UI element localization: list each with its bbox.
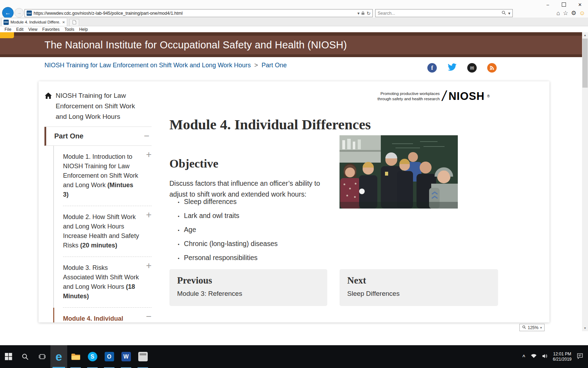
windows-taskbar: e S O W ^ 12:01 PM 6/21/2019 bbox=[0, 345, 588, 368]
social-icons: f ✉ bbox=[427, 62, 497, 73]
expand-icon[interactable]: + bbox=[146, 210, 152, 220]
scrollbar-thumb[interactable] bbox=[582, 39, 588, 88]
new-tab-button[interactable] bbox=[69, 19, 79, 26]
collapse-icon[interactable]: − bbox=[146, 312, 152, 321]
volume-icon[interactable] bbox=[542, 354, 548, 360]
search-input[interactable] bbox=[378, 11, 499, 16]
menu-edit[interactable]: Edit bbox=[14, 27, 26, 32]
sidebar-item-module-2[interactable]: Module 2. How Shift Work and Long Work H… bbox=[63, 206, 152, 257]
search-bar[interactable]: ▾ bbox=[375, 9, 513, 17]
sidebar-section-part-one[interactable]: Part One − bbox=[44, 127, 152, 146]
forward-button[interactable]: → bbox=[14, 8, 24, 18]
menu-favorites[interactable]: Favorites bbox=[40, 27, 62, 32]
bullet-text: Chronic (long-lasting) diseases bbox=[184, 240, 278, 248]
banner-bottom-strip bbox=[0, 54, 582, 57]
tab-close-icon[interactable]: ✕ bbox=[62, 20, 65, 24]
logo-wordmark: NIOSH bbox=[448, 90, 484, 103]
logo-taglines: Promoting productive workplaces through … bbox=[378, 91, 440, 102]
facebook-icon[interactable]: f bbox=[427, 63, 437, 73]
sidebar-item-module-3[interactable]: Module 3. Risks Associated With Shift Wo… bbox=[63, 257, 152, 307]
objective-bullet-list: •Sleep differences •Lark and owl traits … bbox=[178, 198, 339, 268]
email-icon[interactable]: ✉ bbox=[467, 63, 477, 73]
syndication-icon[interactable] bbox=[487, 63, 497, 73]
gear-icon[interactable]: ⚙ bbox=[571, 9, 576, 17]
menu-file[interactable]: File bbox=[2, 27, 14, 32]
breadcrumb-root-link[interactable]: NIOSH Training for Law Enforcement on Sh… bbox=[44, 62, 251, 69]
tab-bar: CDC Module 4. Individual Differe... ✕ bbox=[0, 18, 588, 26]
logo-tagline-2: through safety and health research bbox=[378, 96, 440, 102]
search-icon[interactable] bbox=[502, 10, 506, 16]
collapse-icon[interactable]: − bbox=[144, 131, 149, 141]
zoom-control[interactable]: 125% ▾ bbox=[519, 324, 545, 331]
menu-view[interactable]: View bbox=[26, 27, 40, 32]
address-dropdown-icon[interactable]: ▾ bbox=[357, 11, 359, 16]
window-controls: – ✕ bbox=[540, 0, 588, 9]
skip-link-tab[interactable] bbox=[0, 32, 14, 38]
taskbar-generic-app[interactable] bbox=[134, 345, 151, 368]
vertical-scrollbar[interactable]: ▲ ▼ bbox=[582, 32, 588, 331]
sidebar-item-module-4[interactable]: Module 4. Individual − bbox=[63, 307, 152, 322]
search-dropdown-icon[interactable]: ▾ bbox=[508, 11, 510, 16]
niosh-logo: Promoting productive workplaces through … bbox=[378, 88, 490, 104]
envelope-glyph: ✉ bbox=[470, 65, 474, 71]
network-icon[interactable] bbox=[531, 354, 537, 360]
feedback-smiley-icon[interactable]: ☺ bbox=[579, 10, 585, 17]
bullet-icon: • bbox=[178, 214, 180, 219]
sidebar-home-label: NIOSH Training for Law Enforcement on Sh… bbox=[56, 90, 137, 122]
clock-time: 12:01 PM bbox=[553, 352, 572, 357]
task-view-button[interactable] bbox=[34, 345, 50, 368]
minimize-button[interactable]: – bbox=[540, 0, 556, 9]
objective-intro: Discuss factors that influence an office… bbox=[169, 178, 335, 200]
page-title: Module 4. Individual Differences bbox=[169, 116, 371, 133]
maximize-button[interactable] bbox=[556, 0, 572, 9]
taskbar-word[interactable]: W bbox=[118, 345, 134, 368]
twitter-icon[interactable] bbox=[447, 62, 457, 73]
menu-bar: File Edit View Favorites Tools Help bbox=[0, 26, 588, 32]
sidebar-item-module-1[interactable]: Module 1. Introduction to NIOSH Training… bbox=[63, 146, 152, 206]
close-button[interactable]: ✕ bbox=[572, 0, 588, 9]
close-icon: ✕ bbox=[578, 2, 582, 7]
taskbar-search-button[interactable] bbox=[17, 345, 34, 368]
menu-tools[interactable]: Tools bbox=[62, 27, 77, 32]
expand-icon[interactable]: + bbox=[146, 261, 152, 271]
menu-help[interactable]: Help bbox=[77, 27, 90, 32]
taskbar-file-explorer[interactable] bbox=[67, 345, 84, 368]
internet-explorer-icon: e bbox=[56, 350, 62, 363]
forward-icon: → bbox=[17, 10, 21, 15]
module-list: Module 1. Introduction to NIOSH Training… bbox=[53, 146, 152, 322]
favorites-star-icon[interactable]: ☆ bbox=[563, 9, 568, 17]
content-card: NIOSH Training for Law Enforcement on Sh… bbox=[38, 81, 550, 322]
list-item: •Lark and owl traits bbox=[178, 212, 339, 220]
previous-card[interactable]: Previous Module 3: References bbox=[169, 269, 327, 306]
next-card[interactable]: Next Sleep Differences bbox=[340, 269, 498, 306]
expand-icon[interactable]: + bbox=[146, 150, 152, 159]
skype-icon: S bbox=[88, 352, 97, 361]
refresh-icon[interactable]: ↻ bbox=[366, 11, 371, 16]
url-input[interactable] bbox=[34, 11, 356, 16]
tray-expand-icon[interactable]: ^ bbox=[522, 354, 525, 360]
bullet-icon: • bbox=[178, 242, 180, 247]
breadcrumb-current-link[interactable]: Part One bbox=[261, 62, 287, 69]
zoom-dropdown-icon[interactable]: ▾ bbox=[540, 326, 542, 329]
taskbar-clock[interactable]: 12:01 PM 6/21/2019 bbox=[553, 352, 572, 362]
back-button[interactable]: ← bbox=[2, 7, 14, 19]
taskbar-skype[interactable]: S bbox=[84, 345, 101, 368]
zoom-level: 125% bbox=[528, 325, 539, 330]
sidebar-home-link[interactable]: NIOSH Training for Law Enforcement on Sh… bbox=[44, 90, 152, 122]
banner-top-strip bbox=[0, 32, 582, 36]
scroll-down-icon[interactable]: ▼ bbox=[582, 325, 588, 331]
lock-icon bbox=[361, 10, 365, 16]
home-icon[interactable]: ⌂ bbox=[556, 10, 560, 17]
action-center-icon[interactable] bbox=[577, 353, 583, 361]
taskbar-outlook[interactable]: O bbox=[101, 345, 118, 368]
clock-date: 6/21/2019 bbox=[553, 357, 572, 362]
address-bar[interactable]: CDC ▾ ↻ bbox=[24, 9, 373, 17]
start-button[interactable] bbox=[0, 345, 17, 368]
browser-tab[interactable]: CDC Module 4. Individual Differe... ✕ bbox=[1, 18, 67, 26]
module-2-duration: (20 minutes) bbox=[80, 242, 117, 249]
list-item: •Sleep differences bbox=[178, 198, 339, 206]
bullet-icon: • bbox=[178, 228, 180, 233]
main-content: Promoting productive workplaces through … bbox=[169, 81, 498, 322]
taskbar-ie[interactable]: e bbox=[50, 345, 67, 368]
scroll-up-icon[interactable]: ▲ bbox=[582, 32, 588, 38]
